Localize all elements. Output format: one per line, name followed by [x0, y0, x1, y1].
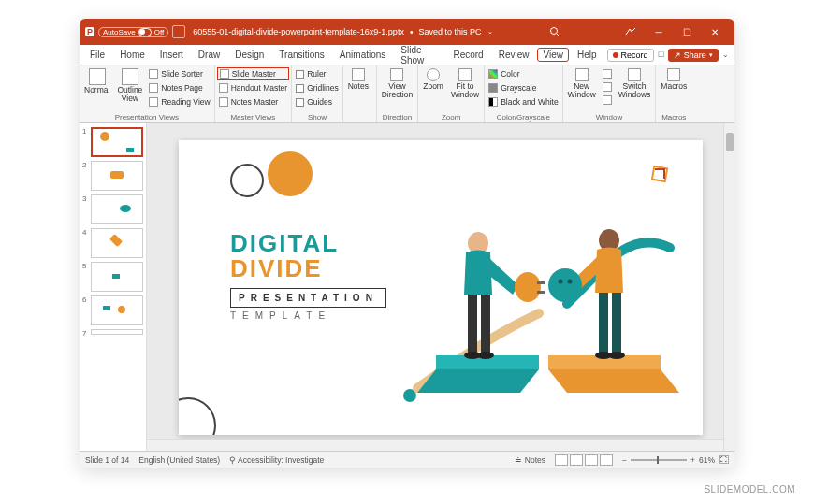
fit-to-window-status-button[interactable]: ⛶	[719, 455, 729, 464]
group-direction: View Direction Direction	[377, 65, 419, 122]
gridlines-checkbox[interactable]: Gridlines	[294, 81, 341, 94]
decorative-ring	[230, 164, 264, 197]
presentation-views-group-label: Presentation Views	[81, 113, 212, 122]
fit-to-window-button[interactable]: Fit to Window	[448, 67, 482, 99]
slide-canvas-area[interactable]: DIGITAL DIVIDE PRESENTATION TEMPLATE	[147, 123, 734, 451]
svg-rect-12	[612, 293, 621, 353]
ribbon-options-icon[interactable]: ⌄	[720, 50, 731, 59]
cascade-button[interactable]	[601, 80, 614, 94]
share-button[interactable]: ↗ Share ▾	[668, 49, 719, 62]
zoom-out-button[interactable]: −	[622, 455, 627, 465]
chevron-down-icon[interactable]: ⌄	[487, 28, 493, 36]
tab-view[interactable]: View	[537, 48, 569, 62]
tab-home[interactable]: Home	[113, 47, 152, 63]
slide-thumbnail[interactable]	[91, 228, 143, 258]
tab-animations[interactable]: Animations	[333, 47, 392, 63]
slide-master-label: Slide Master	[232, 69, 276, 79]
tab-record[interactable]: Record	[446, 47, 489, 63]
group-macros: Macros Macros	[656, 65, 691, 122]
switch-windows-button[interactable]: Switch Windows	[616, 67, 653, 99]
black-white-button[interactable]: Black and White	[487, 95, 560, 108]
title-bar: P AutoSave Off 60555-01-digital-divide-p…	[80, 19, 734, 45]
slide-thumbnail[interactable]	[91, 127, 143, 157]
tab-help[interactable]: Help	[571, 47, 603, 63]
slideshow-status-button[interactable]	[600, 454, 613, 466]
autosave-state: Off	[154, 28, 165, 36]
tab-file[interactable]: File	[83, 47, 111, 63]
record-button[interactable]: Record	[607, 49, 654, 62]
record-dot-icon	[613, 52, 618, 58]
reading-view-status-button[interactable]	[585, 454, 598, 466]
macros-button[interactable]: Macros	[658, 67, 690, 92]
slide-thumbnail[interactable]	[91, 262, 143, 292]
slide-master-button[interactable]: Slide Master	[217, 67, 289, 80]
group-presentation-views: Normal Outline View Slide Sorter Notes P…	[80, 65, 215, 122]
tab-slideshow[interactable]: Slide Show	[394, 42, 444, 68]
cascade-icon	[603, 82, 612, 92]
notes-master-button[interactable]: Notes Master	[217, 95, 289, 108]
save-icon[interactable]	[172, 25, 185, 38]
slide-sorter-label: Slide Sorter	[161, 69, 202, 79]
reading-view-button[interactable]: Reading View	[147, 95, 211, 108]
slide-thumbnail[interactable]	[91, 329, 143, 335]
zoom-slider[interactable]	[631, 459, 687, 461]
save-status: Saved to this PC	[418, 27, 481, 36]
handout-master-button[interactable]: Handout Master	[217, 81, 289, 94]
slide-sorter-status-button[interactable]	[570, 454, 583, 466]
slide-thumbnail[interactable]	[91, 194, 143, 224]
outline-view-button[interactable]: Outline View	[114, 67, 145, 103]
ruler-label: Ruler	[307, 69, 326, 79]
slide-thumbnail[interactable]	[91, 161, 143, 191]
slide-thumbnail[interactable]	[91, 295, 143, 325]
notes-button[interactable]: Notes	[345, 67, 371, 92]
notes-page-label: Notes Page	[161, 83, 202, 93]
view-direction-button[interactable]: View Direction	[379, 67, 416, 99]
ribbon-display-icon[interactable]	[617, 19, 645, 45]
search-icon[interactable]	[542, 26, 568, 37]
autosave-toggle[interactable]: AutoSave Off	[98, 27, 168, 37]
minimize-button[interactable]: ─	[645, 19, 673, 45]
slide-title-line2: DIVIDE	[230, 254, 323, 283]
maximize-button[interactable]: ☐	[673, 19, 701, 45]
zoom-icon	[427, 68, 440, 81]
slide-sorter-button[interactable]: Slide Sorter	[147, 67, 211, 80]
color-button[interactable]: Color	[487, 67, 560, 80]
ruler-checkbox[interactable]: Ruler	[294, 67, 341, 80]
zoom-button[interactable]: Zoom	[420, 67, 446, 92]
handout-master-label: Handout Master	[231, 83, 287, 93]
zoom-in-button[interactable]: +	[690, 455, 695, 465]
scrollbar-thumb[interactable]	[726, 133, 734, 151]
horizontal-scrollbar[interactable]	[147, 439, 723, 451]
zoom-percentage[interactable]: 61%	[699, 455, 715, 465]
thumb-number: 7	[82, 329, 88, 338]
slide-counter[interactable]: Slide 1 of 14	[85, 455, 129, 465]
tab-draw[interactable]: Draw	[192, 47, 226, 63]
tab-review[interactable]: Review	[492, 47, 536, 63]
normal-view-button[interactable]: Normal	[81, 67, 112, 95]
notes-page-button[interactable]: Notes Page	[147, 81, 211, 94]
reading-view-icon	[149, 97, 158, 107]
slide-subtitle-line1: PRESENTATION	[230, 288, 386, 308]
normal-view-status-button[interactable]	[555, 454, 568, 466]
camera-icon[interactable]: ☐	[656, 50, 666, 59]
slide-thumbnail-panel[interactable]: 1 2 3 4 5 6 7	[80, 123, 147, 451]
arrange-all-button[interactable]	[601, 67, 614, 80]
guides-label: Guides	[307, 97, 332, 107]
close-button[interactable]: ✕	[701, 19, 729, 45]
split-icon	[603, 95, 612, 105]
slide[interactable]: DIGITAL DIVIDE PRESENTATION TEMPLATE	[179, 140, 703, 435]
move-split-button[interactable]	[601, 94, 614, 107]
tab-insert[interactable]: Insert	[153, 47, 190, 63]
tab-transitions[interactable]: Transitions	[272, 47, 331, 63]
notes-toggle[interactable]: ≐ Notes	[515, 455, 545, 465]
grayscale-button[interactable]: Grayscale	[487, 81, 560, 94]
vertical-scrollbar[interactable]	[723, 123, 734, 451]
new-window-button[interactable]: New Window	[565, 67, 599, 99]
macros-label: Macros	[661, 82, 687, 91]
svg-rect-3	[468, 295, 477, 353]
accessibility-status[interactable]: ⚲ Accessibility: Investigate	[229, 455, 324, 465]
language-status[interactable]: English (United States)	[138, 455, 220, 465]
guides-checkbox[interactable]: Guides	[294, 95, 341, 108]
svg-rect-4	[481, 295, 490, 353]
tab-design[interactable]: Design	[228, 47, 270, 63]
